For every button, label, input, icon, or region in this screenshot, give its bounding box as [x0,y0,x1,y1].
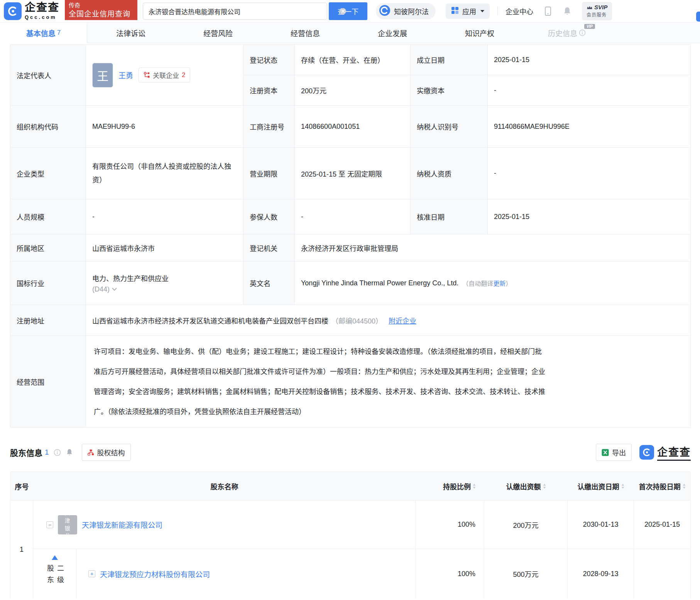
nearby-companies-link[interactable]: 附近企业 [389,315,416,325]
search-button[interactable]: 查一下 [329,2,367,20]
shareholder-link[interactable]: 天津银龙预应力材料股份有限公司 [100,569,210,579]
enterprise-center-link[interactable]: 企业中心 [506,6,533,16]
ratio-value: 100% [416,549,484,598]
promo-banner: 传奇 全国企业信用查询 [65,0,137,20]
taxpayer-qual-label: 纳税人资质 [411,148,488,199]
search-input[interactable] [143,3,327,20]
monitor-bell-icon[interactable] [66,448,73,457]
en-name-update-link[interactable]: 更新 [493,280,506,287]
table-row: 人员规模 - 参保人数 - 核准日期 2025-01-15 [10,199,690,234]
chevron-down-icon [112,288,117,291]
tab-count: 7 [57,29,61,37]
qcc-logo-text: 企查查 [657,444,691,461]
industry-code-toggle[interactable]: (D44) [92,285,117,293]
sort-icon [683,484,686,489]
top-bar: 企查查 Qcc.com 传奇 全国企业信用查询 查一下 知彼阿尔法 应用 企业中… [0,0,700,22]
region-label: 所属地区 [10,234,86,261]
apps-label: 应用 [462,6,476,16]
apps-grid-icon [451,7,459,16]
zhibi-alpha-button[interactable]: 知彼阿尔法 [376,3,436,19]
divider [497,7,498,15]
region-value: 山西省运城市永济市 [86,234,243,261]
amount-value: 200万元 [484,501,568,549]
col-first-date-sort[interactable]: 首次持股日期 [634,481,690,491]
clear-search-icon[interactable] [340,8,347,15]
edge-float-button[interactable] [696,12,700,22]
col-index: 序号 [10,481,33,491]
tab-history-info[interactable]: VIP 历史信息 [523,23,610,43]
tab-operating-info[interactable]: 经营信息 [262,23,349,43]
approval-date-label: 核准日期 [411,199,488,234]
tab-intellectual-property[interactable]: 知识产权 [436,23,523,43]
taxpayer-id-value: 91140866MAE9HU996E [488,106,690,147]
avatar[interactable]: 天津银龙 [58,515,77,534]
staff-size-value: - [86,199,243,234]
equity-structure-icon [88,449,94,456]
table-row: 经营范围 许可项目：发电业务、输电业务、供（配）电业务；建设工程施工；建设工程设… [10,336,690,427]
tab-operating-risk[interactable]: 经营风险 [174,23,262,43]
avatar[interactable]: 王 [92,63,113,88]
svip-sublabel: 会员服务 [587,11,607,18]
tab-basic-info[interactable]: 基本信息 7 [0,23,87,43]
level-up-arrow-icon[interactable] [52,555,58,560]
info-icon [579,29,586,36]
tab-company-development[interactable]: 企业发展 [349,23,436,43]
svip-member-button[interactable]: SVIP 会员服务 [582,2,612,21]
tab-label: 历史信息 [548,28,577,38]
row-index: 1 [10,501,33,598]
export-button[interactable]: 导出 [596,444,632,461]
level-label: 二级股东 [45,565,65,598]
shareholder-title: 股东信息 [10,447,42,458]
equity-structure-button[interactable]: 股权结构 [82,444,131,461]
reg-capital-value: 200万元 [295,75,411,105]
sort-icon [621,484,624,489]
apps-menu-button[interactable]: 应用 [446,3,490,19]
crown-icon [587,5,593,10]
taxpayer-qual-value: - [488,148,690,199]
shareholder-table: 序号 股东名称 持股比例 认缴出资额 认缴出资日期 首次持股日期 1 − 天津银… [10,472,691,598]
table-row: 注册地址 山西省运城市永济市经济技术开发区轨道交通和机电装备产业园双创平台四楼 … [10,305,690,336]
mobile-app-button[interactable] [543,6,553,16]
legal-rep-link[interactable]: 王勇 [118,70,133,80]
notification-bell-icon[interactable] [563,6,572,16]
col-amount-sort[interactable]: 认缴出资额 [484,481,568,491]
biz-reg-no-label: 工商注册号 [243,106,295,147]
expand-toggle[interactable]: + [88,570,95,577]
info-icon[interactable] [54,449,61,456]
sort-icon [473,484,476,489]
table-row: 组织机构代码 MAE9HU99-6 工商注册号 14086600A001051 … [10,106,690,148]
staff-size-label: 人员规模 [10,199,86,234]
qcc-logo-icon [639,445,654,460]
first-date-value: 2025-01-15 [634,501,690,549]
table-row: 企业类型 有限责任公司（非自然人投资或控股的法人独资） 营业期限 2025-01… [10,148,690,199]
tab-label: 基本信息 [26,28,56,38]
shareholder-table-body: 1 − 天津银龙 天津银龙新能源有限公司 100% 200万元 2030-01-… [10,501,690,598]
qcc-logo[interactable]: 企查查 Qcc.com [4,2,59,20]
reg-authority-label: 登记机关 [243,234,295,261]
col-sub-date-sort[interactable]: 认缴出资日期 [568,481,634,491]
table-row: 登记状态 存续（在营、开业、在册） 成立日期 2025-01-15 [243,45,690,75]
qcc-logo-icon [4,2,22,20]
collapse-toggle[interactable]: − [46,521,53,528]
reg-authority-value: 永济经济开发区行政审批管理局 [295,234,690,261]
en-name-label: 英文名 [243,261,295,305]
amount-value: 500万元 [484,549,568,598]
vip-badge: VIP [584,24,595,29]
est-date-value: 2025-01-15 [488,45,690,75]
qcc-logo-text: 企查查 Qcc.com [25,2,59,20]
industry-value: 电力、热力生产和供应业 [92,273,169,283]
shareholder-link[interactable]: 天津银龙新能源有限公司 [82,519,162,530]
table-row: 注册资本 200万元 实缴资本 - [243,75,690,105]
company-type-label: 企业类型 [10,148,86,199]
related-companies-button[interactable]: 关联企业 2 [139,67,190,83]
table-row: 国标行业 电力、热力生产和供应业 (D44) 英文名 Yongji Yinhe … [10,261,690,305]
biz-term-label: 营业期限 [243,148,295,199]
legal-rep-cell: 王 王勇 关联企业 2 [86,45,243,105]
tab-bar-filler [610,23,700,43]
company-type-value: 有限责任公司（非自然人投资或控股的法人独资） [92,160,237,186]
est-date-label: 成立日期 [411,45,488,75]
col-ratio-sort[interactable]: 持股比例 [416,481,484,491]
chevron-down-icon [480,10,484,12]
scope-label: 经营范围 [10,336,86,427]
tab-legal-litigation[interactable]: 法律诉讼 [87,23,174,43]
